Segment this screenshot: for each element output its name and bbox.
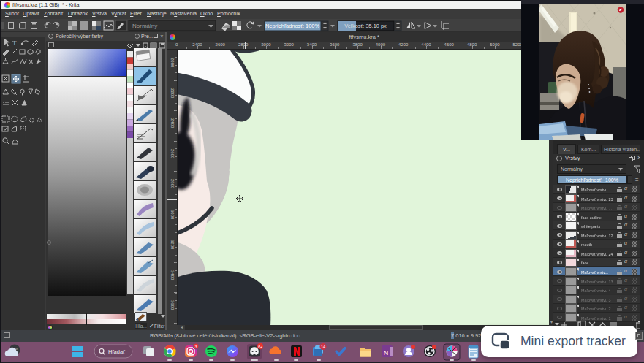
- svg-text:3: 3: [194, 345, 197, 349]
- svg-text:N: N: [384, 349, 389, 356]
- svg-text:Nepriehľadnosť: 100%: Nepriehľadnosť: 100%: [265, 23, 319, 29]
- svg-text:14: 14: [321, 345, 325, 349]
- svg-text:T: T: [12, 39, 17, 47]
- svg-text:Hľadať: Hľadať: [108, 348, 125, 355]
- svg-text:Veľkosť: 35,10 px: Veľkosť: 35,10 px: [344, 23, 387, 29]
- svg-text:6+: 6+: [258, 345, 262, 349]
- svg-text:Normálny: Normálny: [132, 23, 157, 29]
